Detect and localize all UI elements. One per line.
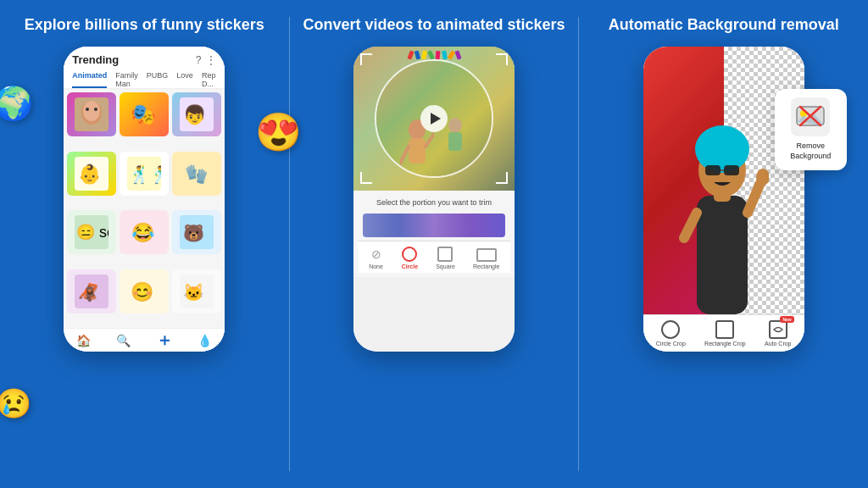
question-icon[interactable]: ? [196, 54, 202, 66]
tool-square-label: Square [436, 263, 455, 269]
bracket-bl [360, 172, 372, 184]
bracket-br [496, 172, 508, 184]
circle-crop-label: Circle Crop [656, 341, 686, 347]
panel-stickers-title: Explore billions of funny stickers [25, 15, 264, 35]
remove-bg-icon [791, 97, 830, 136]
bracket-tr [496, 53, 508, 65]
tab-love[interactable]: Love [176, 71, 193, 88]
tab-pubg[interactable]: PUBG [147, 71, 169, 88]
sticker-cell-2[interactable]: 🎭 [120, 92, 169, 136]
bg-image-area [643, 47, 804, 314]
svg-point-3 [86, 108, 89, 111]
sticker-tabs: Animated Family Man PUBG Love Republic D… [72, 71, 216, 88]
app-container: Explore billions of funny stickers 🌍 😢 😍… [0, 0, 868, 488]
remove-bg-card[interactable]: Remove Background [775, 89, 847, 169]
svg-text:👦: 👦 [183, 103, 207, 126]
video-area [353, 47, 515, 191]
auto-crop-label: Auto Crop [765, 341, 792, 347]
add-icon[interactable]: ＋ [156, 329, 173, 352]
panel-stickers: Explore billions of funny stickers 🌍 😢 😍… [0, 0, 289, 488]
video-tools: ⊘ None Circle Square [358, 241, 510, 273]
svg-line-40 [684, 213, 697, 238]
circle-crop-tool[interactable]: Circle Crop [656, 320, 686, 347]
tool-circle[interactable]: Circle [402, 247, 418, 269]
sticker-app: Trending ? ⋮ Animated Family Man PUBG Lo… [64, 47, 225, 352]
svg-text:👶: 👶 [78, 163, 102, 186]
tab-family-man[interactable]: Family Man [115, 71, 138, 88]
sticker-cell-11[interactable]: 😊 [120, 269, 169, 313]
tab-animated[interactable]: Animated [72, 71, 107, 88]
sticker-app-title: Trending [72, 53, 119, 66]
water-icon[interactable]: 💧 [198, 334, 212, 347]
sticker-cell-10[interactable]: 🦧 [67, 269, 116, 313]
sticker-cell-9[interactable]: 🐻 [172, 210, 221, 254]
play-icon [431, 113, 441, 125]
emoji-float-globe: 🌍 [0, 85, 33, 122]
tool-rectangle[interactable]: Rectangle [473, 247, 500, 269]
svg-text:🕺🕺: 🕺🕺 [129, 164, 161, 185]
sticker-cell-4[interactable]: 👶 [67, 152, 116, 196]
sticker-cell-3[interactable]: 👦 [172, 92, 221, 136]
svg-rect-30 [448, 132, 462, 151]
panel-bg-title: Automatic Background removal [609, 15, 839, 35]
svg-point-4 [94, 108, 97, 111]
circle-crop[interactable] [375, 59, 493, 178]
panel-video: Convert videos to animated stickers [290, 0, 579, 488]
svg-rect-35 [705, 165, 721, 175]
rect-crop-label: Rectangle Crop [704, 341, 746, 347]
tool-none[interactable]: ⊘ None [369, 247, 384, 269]
svg-text:😊: 😊 [131, 280, 154, 303]
video-timeline[interactable] [363, 214, 505, 237]
bracket-tl [360, 53, 372, 65]
search-icon[interactable]: 🔍 [116, 334, 131, 347]
timeline-fill [363, 214, 505, 237]
svg-point-34 [695, 125, 749, 173]
rect-crop-tool[interactable]: Rectangle Crop [704, 320, 746, 347]
emoji-float-cry: 😢 [0, 386, 31, 420]
tool-none-label: None [369, 263, 383, 269]
none-icon: ⊘ [369, 247, 384, 262]
svg-text:😂: 😂 [131, 221, 155, 244]
circle-mask-container [353, 47, 515, 191]
phone-video: Select the portion you want to trim ⊘ No… [353, 47, 515, 352]
svg-text:🐻: 🐻 [183, 223, 204, 243]
home-icon[interactable]: 🏠 [76, 334, 91, 347]
circle-icon [402, 247, 417, 262]
tool-square[interactable]: Square [436, 247, 455, 269]
svg-text:🦧: 🦧 [78, 282, 99, 302]
tool-circle-label: Circle [402, 263, 418, 269]
select-trim-text: Select the portion you want to trim [358, 195, 510, 210]
rect-crop-icon [715, 320, 734, 339]
sticker-cell-12[interactable]: 🐱 [172, 269, 221, 313]
panel-background: Automatic Background removal [579, 0, 868, 488]
sticker-header-icons: ? ⋮ [196, 54, 217, 66]
sticker-cell-7[interactable]: 😑 ser [67, 210, 116, 254]
tab-republic[interactable]: Republic D... [202, 71, 216, 88]
sticker-cell-6[interactable]: 🧤 [172, 152, 221, 196]
svg-text:🎭: 🎭 [131, 102, 156, 126]
sticker-bottom-bar: 🏠 🔍 ＋ 💧 [64, 328, 225, 352]
phone-wrapper-bg: Circle Crop Rectangle Crop New Auto Crop [643, 47, 804, 352]
svg-rect-31 [697, 196, 748, 314]
more-icon[interactable]: ⋮ [206, 54, 216, 66]
auto-crop-tool[interactable]: New Auto Crop [765, 320, 792, 347]
svg-point-29 [448, 118, 462, 133]
sticker-cell-8[interactable]: 😂 [120, 210, 169, 254]
play-button[interactable] [420, 105, 448, 132]
new-badge: New [780, 316, 793, 323]
svg-rect-26 [409, 138, 426, 164]
svg-point-2 [83, 101, 100, 121]
sticker-grid: 🎭 👦 👶 🕺🕺 🧤 😑 ser [64, 89, 225, 328]
panel-video-title: Convert videos to animated stickers [303, 15, 565, 35]
sticker-cell-5[interactable]: 🕺🕺 [120, 152, 169, 196]
tool-rect-label: Rectangle [473, 263, 500, 269]
svg-line-28 [426, 134, 434, 147]
sticker-header: Trending ? ⋮ Animated Family Man PUBG Lo… [64, 47, 225, 89]
rectangle-icon [476, 248, 497, 262]
sticker-cell-1[interactable] [67, 92, 116, 136]
phone-stickers: Trending ? ⋮ Animated Family Man PUBG Lo… [64, 47, 225, 352]
svg-rect-36 [724, 165, 739, 175]
square-icon [437, 247, 453, 262]
person-figure [676, 119, 769, 314]
remove-bg-label: Remove Background [785, 141, 837, 161]
